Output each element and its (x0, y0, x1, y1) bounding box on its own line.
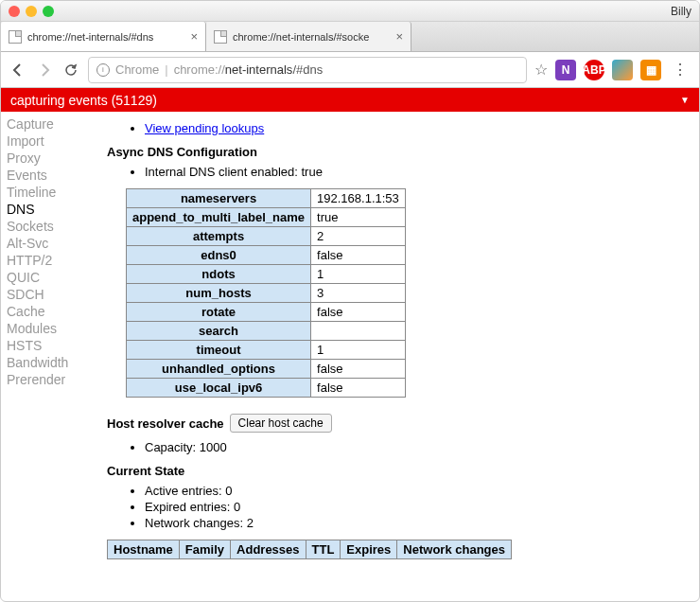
maximize-window-button[interactable] (43, 6, 54, 17)
tab-sockets[interactable]: chrome://net-internals/#socke × (206, 22, 411, 51)
extension-3-icon[interactable] (612, 60, 633, 80)
tab-title: chrome://net-internals/#socke (233, 31, 369, 43)
table-row: rotatefalse (127, 303, 406, 322)
window-titlebar: Billy (1, 1, 699, 22)
reload-button[interactable] (61, 61, 80, 80)
table-row: use_local_ipv6false (127, 379, 406, 398)
host-resolver-title: Host resolver cache (107, 416, 224, 431)
sidebar-item-altsvc[interactable]: Alt-Svc (5, 235, 92, 252)
bookmark-icon[interactable]: ☆ (534, 61, 548, 79)
current-state-title: Current State (107, 464, 688, 478)
sidebar-item-sdch[interactable]: SDCH (5, 286, 92, 303)
extension-abp-icon[interactable]: ABP (584, 60, 604, 80)
sidebar-item-timeline[interactable]: Timeline (5, 184, 92, 201)
list-item: Network changes: 2 (145, 516, 688, 530)
list-item: Active entries: 0 (145, 484, 688, 498)
sidebar-item-proxy[interactable]: Proxy (5, 150, 92, 167)
forward-button[interactable] (35, 61, 54, 80)
sidebar-item-dns[interactable]: DNS (5, 201, 92, 218)
sidebar-item-sockets[interactable]: Sockets (5, 218, 92, 235)
table-row: timeout1 (127, 341, 406, 360)
view-pending-link[interactable]: View pending lookups (145, 121, 264, 135)
url-scheme: Chrome (115, 62, 159, 77)
sidebar-item-modules[interactable]: Modules (5, 320, 92, 337)
toolbar: i Chrome | chrome://net-internals/#dns ☆… (1, 52, 699, 88)
sidebar-item-http2[interactable]: HTTP/2 (5, 252, 92, 269)
clear-host-cache-button[interactable]: Clear host cache (230, 414, 332, 433)
extension-onenote-icon[interactable]: N (555, 60, 576, 80)
host-cache-table: HostnameFamilyAddressesTTLExpiresNetwork… (107, 540, 512, 559)
column-header: Expires (341, 540, 397, 559)
dns-panel: View pending lookups Async DNS Configura… (96, 112, 699, 602)
url-input[interactable]: i Chrome | chrome://net-internals/#dns (88, 57, 527, 83)
minimize-window-button[interactable] (26, 6, 37, 17)
sidebar-item-hsts[interactable]: HSTS (5, 337, 92, 354)
table-row: unhandled_optionsfalse (127, 360, 406, 379)
capacity-line: Capacity: 1000 (145, 440, 688, 454)
sidebar: CaptureImportProxyEventsTimelineDNSSocke… (1, 112, 96, 602)
close-icon[interactable]: × (395, 29, 403, 44)
back-button[interactable] (9, 61, 27, 80)
sidebar-item-capture[interactable]: Capture (5, 115, 92, 133)
list-item: Expired entries: 0 (145, 500, 688, 514)
browser-menu-icon[interactable]: ⋮ (669, 61, 691, 79)
user-label: Billy (671, 5, 691, 18)
chevron-down-icon[interactable]: ▼ (680, 95, 690, 105)
table-row: edns0false (127, 246, 406, 265)
internal-client-line: Internal DNS client enabled: true (145, 165, 688, 179)
table-row: append_to_multi_label_nametrue (127, 208, 406, 227)
column-header: Network changes (397, 540, 512, 559)
table-row: search (127, 322, 406, 341)
site-info-icon[interactable]: i (96, 63, 110, 77)
column-header: Hostname (108, 540, 180, 559)
tab-title: chrome://net-internals/#dns (27, 31, 153, 43)
status-count: (51129) (112, 93, 157, 108)
table-row: num_hosts3 (127, 284, 406, 303)
sidebar-item-events[interactable]: Events (5, 167, 92, 184)
table-row: ndots1 (127, 265, 406, 284)
status-label: capturing events (10, 93, 108, 108)
capture-status-bar[interactable]: capturing events (51129) ▼ (1, 88, 699, 112)
sidebar-item-bandwidth[interactable]: Bandwidth (5, 354, 92, 371)
sidebar-item-import[interactable]: Import (5, 133, 92, 150)
sidebar-item-cache[interactable]: Cache (5, 303, 92, 320)
tab-dns[interactable]: chrome://net-internals/#dns × (1, 22, 206, 51)
close-window-button[interactable] (9, 6, 20, 17)
section-async-title: Async DNS Configuration (107, 145, 688, 159)
column-header: TTL (306, 540, 341, 559)
table-row: attempts2 (127, 227, 406, 246)
close-icon[interactable]: × (190, 29, 198, 44)
page-icon (9, 30, 22, 44)
column-header: Addresses (231, 540, 306, 559)
tab-strip: chrome://net-internals/#dns × chrome://n… (1, 22, 699, 52)
sidebar-item-quic[interactable]: QUIC (5, 269, 92, 286)
sidebar-item-prerender[interactable]: Prerender (5, 371, 92, 388)
table-row: nameservers192.168.1.1:53 (127, 189, 406, 208)
page-icon (214, 30, 227, 44)
extension-4-icon[interactable]: ▦ (640, 60, 661, 80)
dns-config-table: nameservers192.168.1.1:53append_to_multi… (126, 188, 406, 398)
column-header: Family (179, 540, 230, 559)
